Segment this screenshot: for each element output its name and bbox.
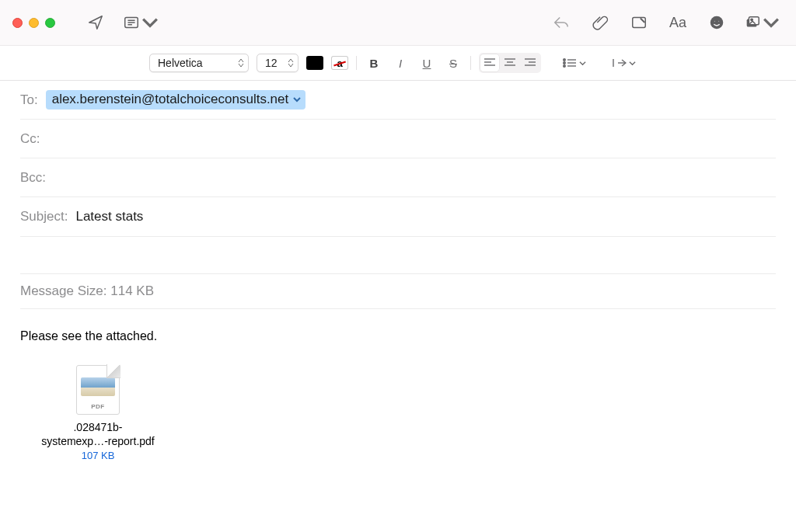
bcc-label: Bcc:: [20, 170, 46, 186]
cc-field-row[interactable]: Cc:: [20, 120, 776, 158]
to-label: To:: [20, 92, 38, 108]
stepper-icon: [288, 58, 294, 68]
strikethrough-button[interactable]: S: [444, 54, 463, 71]
header-fields-menu[interactable]: [119, 9, 162, 37]
svg-point-6: [714, 20, 715, 22]
align-right-button[interactable]: [521, 54, 539, 71]
svg-point-23: [564, 65, 566, 68]
underline-button[interactable]: U: [417, 54, 436, 71]
chevron-down-icon: [763, 14, 780, 31]
to-field-row[interactable]: To: alex.berenstein@totalchoiceconsults.…: [20, 81, 776, 120]
message-body[interactable]: Please see the attached. PDF .028471b- s…: [0, 309, 796, 461]
message-size-label: Message Size: 114 KB: [20, 283, 154, 299]
divider: [470, 56, 471, 70]
font-family-value: Helvetica: [158, 57, 203, 69]
recipient-email: alex.berenstein@totalchoiceconsults.net: [52, 92, 289, 107]
svg-point-5: [710, 16, 724, 30]
background-color-swatch[interactable]: a: [331, 56, 348, 70]
svg-point-7: [718, 20, 720, 22]
svg-rect-4: [633, 18, 646, 28]
window-close-button[interactable]: [12, 18, 23, 28]
window-zoom-button[interactable]: [45, 18, 55, 28]
indent-menu[interactable]: [613, 57, 636, 69]
list-style-menu[interactable]: [563, 57, 586, 69]
pdf-file-icon: PDF: [76, 365, 120, 415]
subject-label: Subject:: [20, 209, 68, 224]
chevron-down-icon: [141, 14, 159, 31]
divider: [356, 56, 357, 70]
reply-button[interactable]: [546, 9, 577, 37]
italic-button[interactable]: I: [391, 54, 410, 71]
message-size-row: Message Size: 114 KB: [20, 273, 776, 309]
svg-point-10: [751, 19, 752, 20]
attachment-item[interactable]: PDF .028471b- systemexp…-report.pdf 107 …: [20, 365, 176, 461]
chevron-down-icon: [579, 57, 586, 69]
svg-point-22: [564, 62, 566, 64]
recipient-chip[interactable]: alex.berenstein@totalchoiceconsults.net: [46, 90, 306, 110]
text-color-swatch[interactable]: [306, 56, 323, 70]
font-family-select[interactable]: Helvetica: [149, 54, 249, 72]
align-center-button[interactable]: [501, 54, 519, 71]
message-header-fields: To: alex.berenstein@totalchoiceconsults.…: [0, 81, 796, 309]
attachment-size: 107 KB: [82, 450, 115, 461]
bcc-field-row[interactable]: Bcc:: [20, 158, 776, 197]
font-size-select[interactable]: 12: [257, 54, 298, 72]
window-titlebar: Aa: [0, 0, 796, 45]
window-minimize-button[interactable]: [29, 18, 39, 28]
font-size-value: 12: [265, 57, 278, 69]
chevron-down-icon: [293, 96, 301, 103]
photos-button[interactable]: [740, 9, 784, 37]
header-spacer: [20, 236, 776, 273]
format-toolbar: Helvetica 12 a B I U S: [0, 45, 796, 81]
subject-value: Latest stats: [75, 209, 143, 224]
send-button[interactable]: [80, 9, 111, 37]
body-text: Please see the attached.: [20, 329, 776, 343]
bold-button[interactable]: B: [365, 54, 383, 71]
attachment-filename: .028471b- systemexp…-report.pdf: [41, 421, 155, 448]
chevron-down-icon: [629, 57, 636, 69]
attach-button[interactable]: [585, 9, 616, 37]
text-align-group: [479, 53, 541, 73]
svg-point-21: [564, 59, 566, 61]
window-controls: [12, 18, 55, 28]
subject-field-row[interactable]: Subject: Latest stats: [20, 197, 776, 236]
cc-label: Cc:: [20, 131, 40, 147]
format-button[interactable]: Aa: [662, 9, 693, 37]
stepper-icon: [238, 58, 244, 68]
align-left-button[interactable]: [480, 54, 499, 71]
emoji-button[interactable]: [701, 9, 732, 37]
markup-button[interactable]: [623, 9, 655, 37]
